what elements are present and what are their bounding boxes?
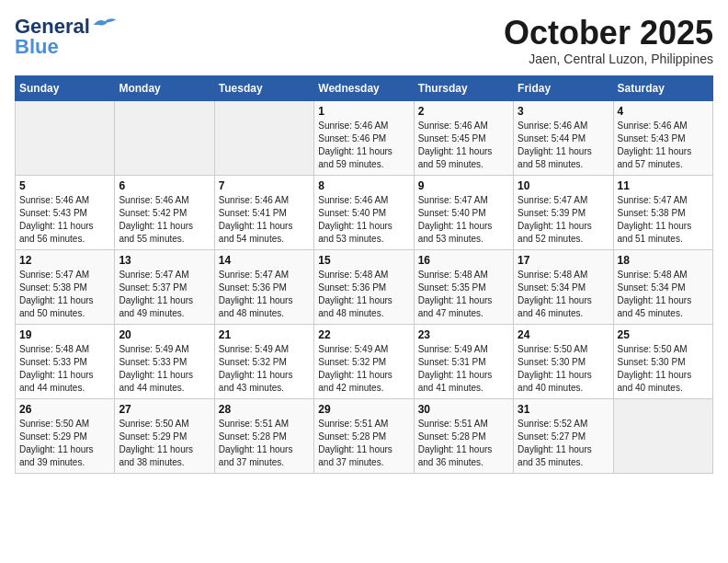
calendar-day-cell: 7Sunrise: 5:46 AMSunset: 5:41 PMDaylight… <box>214 175 313 249</box>
day-number: 18 <box>618 254 709 267</box>
empty-day-cell <box>115 100 214 175</box>
weekday-header-row: SundayMondayTuesdayWednesdayThursdayFrid… <box>16 75 713 100</box>
calendar-day-cell: 4Sunrise: 5:46 AMSunset: 5:43 PMDaylight… <box>613 100 712 175</box>
weekday-header-wednesday: Wednesday <box>314 75 414 100</box>
day-number: 2 <box>418 105 509 118</box>
calendar-day-cell: 11Sunrise: 5:47 AMSunset: 5:38 PMDayligh… <box>613 175 712 249</box>
calendar-week-row: 5Sunrise: 5:46 AMSunset: 5:43 PMDaylight… <box>16 175 713 249</box>
day-number: 11 <box>618 179 709 192</box>
day-number: 3 <box>518 105 609 118</box>
day-number: 21 <box>219 328 310 341</box>
day-info: Sunrise: 5:49 AMSunset: 5:33 PMDaylight:… <box>119 343 210 395</box>
day-info: Sunrise: 5:47 AMSunset: 5:36 PMDaylight:… <box>219 269 310 320</box>
calendar-day-cell: 21Sunrise: 5:49 AMSunset: 5:32 PMDayligh… <box>214 324 313 398</box>
day-info: Sunrise: 5:46 AMSunset: 5:42 PMDaylight:… <box>119 194 210 246</box>
calendar-day-cell: 31Sunrise: 5:52 AMSunset: 5:27 PMDayligh… <box>514 398 613 473</box>
day-number: 24 <box>518 328 609 341</box>
weekday-header-monday: Monday <box>115 75 214 100</box>
calendar-week-row: 12Sunrise: 5:47 AMSunset: 5:38 PMDayligh… <box>16 249 713 324</box>
calendar-day-cell: 1Sunrise: 5:46 AMSunset: 5:46 PMDaylight… <box>314 100 414 175</box>
day-number: 22 <box>318 328 409 341</box>
calendar-day-cell: 25Sunrise: 5:50 AMSunset: 5:30 PMDayligh… <box>613 324 712 398</box>
calendar-day-cell: 3Sunrise: 5:46 AMSunset: 5:44 PMDaylight… <box>514 100 613 175</box>
day-number: 5 <box>19 179 110 192</box>
day-number: 27 <box>119 403 210 416</box>
calendar-day-cell: 9Sunrise: 5:47 AMSunset: 5:40 PMDaylight… <box>414 175 513 249</box>
day-info: Sunrise: 5:50 AMSunset: 5:30 PMDaylight:… <box>518 343 609 395</box>
day-number: 19 <box>19 328 110 341</box>
day-number: 14 <box>219 254 310 267</box>
calendar-day-cell: 30Sunrise: 5:51 AMSunset: 5:28 PMDayligh… <box>414 398 513 473</box>
calendar-day-cell: 10Sunrise: 5:47 AMSunset: 5:39 PMDayligh… <box>514 175 613 249</box>
day-info: Sunrise: 5:46 AMSunset: 5:41 PMDaylight:… <box>219 194 310 246</box>
logo-text-blue: Blue <box>15 35 59 59</box>
day-info: Sunrise: 5:50 AMSunset: 5:30 PMDaylight:… <box>618 343 709 395</box>
day-info: Sunrise: 5:47 AMSunset: 5:40 PMDaylight:… <box>418 194 509 246</box>
day-info: Sunrise: 5:48 AMSunset: 5:36 PMDaylight:… <box>318 269 409 320</box>
page-header: General Blue October 2025 Jaen, Central … <box>15 15 713 66</box>
day-info: Sunrise: 5:46 AMSunset: 5:46 PMDaylight:… <box>318 120 409 171</box>
day-info: Sunrise: 5:47 AMSunset: 5:38 PMDaylight:… <box>618 194 709 246</box>
weekday-header-thursday: Thursday <box>414 75 513 100</box>
logo-bird-icon <box>92 16 118 32</box>
day-info: Sunrise: 5:50 AMSunset: 5:29 PMDaylight:… <box>119 418 210 469</box>
day-number: 1 <box>318 105 409 118</box>
day-info: Sunrise: 5:46 AMSunset: 5:43 PMDaylight:… <box>618 120 709 171</box>
calendar-table: SundayMondayTuesdayWednesdayThursdayFrid… <box>15 75 713 474</box>
day-info: Sunrise: 5:48 AMSunset: 5:35 PMDaylight:… <box>418 269 509 320</box>
calendar-day-cell: 15Sunrise: 5:48 AMSunset: 5:36 PMDayligh… <box>314 249 414 324</box>
day-number: 16 <box>418 254 509 267</box>
day-info: Sunrise: 5:46 AMSunset: 5:40 PMDaylight:… <box>318 194 409 246</box>
day-info: Sunrise: 5:51 AMSunset: 5:28 PMDaylight:… <box>318 418 409 469</box>
day-number: 17 <box>518 254 609 267</box>
day-info: Sunrise: 5:52 AMSunset: 5:27 PMDaylight:… <box>518 418 609 469</box>
weekday-header-tuesday: Tuesday <box>214 75 313 100</box>
calendar-day-cell: 16Sunrise: 5:48 AMSunset: 5:35 PMDayligh… <box>414 249 513 324</box>
calendar-day-cell: 18Sunrise: 5:48 AMSunset: 5:34 PMDayligh… <box>613 249 712 324</box>
calendar-day-cell: 22Sunrise: 5:49 AMSunset: 5:32 PMDayligh… <box>314 324 414 398</box>
calendar-day-cell: 12Sunrise: 5:47 AMSunset: 5:38 PMDayligh… <box>16 249 115 324</box>
location-subtitle: Jaen, Central Luzon, Philippines <box>504 52 713 66</box>
day-info: Sunrise: 5:51 AMSunset: 5:28 PMDaylight:… <box>418 418 509 469</box>
day-number: 23 <box>418 328 509 341</box>
day-number: 10 <box>518 179 609 192</box>
empty-day-cell <box>214 100 313 175</box>
day-info: Sunrise: 5:46 AMSunset: 5:44 PMDaylight:… <box>518 120 609 171</box>
day-info: Sunrise: 5:50 AMSunset: 5:29 PMDaylight:… <box>19 418 110 469</box>
day-number: 8 <box>318 179 409 192</box>
calendar-day-cell: 27Sunrise: 5:50 AMSunset: 5:29 PMDayligh… <box>115 398 214 473</box>
calendar-day-cell: 13Sunrise: 5:47 AMSunset: 5:37 PMDayligh… <box>115 249 214 324</box>
day-number: 7 <box>219 179 310 192</box>
day-number: 6 <box>119 179 210 192</box>
day-number: 9 <box>418 179 509 192</box>
day-info: Sunrise: 5:47 AMSunset: 5:38 PMDaylight:… <box>19 269 110 320</box>
day-info: Sunrise: 5:46 AMSunset: 5:43 PMDaylight:… <box>19 194 110 246</box>
calendar-day-cell: 14Sunrise: 5:47 AMSunset: 5:36 PMDayligh… <box>214 249 313 324</box>
day-number: 31 <box>518 403 609 416</box>
month-title: October 2025 <box>504 15 713 52</box>
day-info: Sunrise: 5:47 AMSunset: 5:37 PMDaylight:… <box>119 269 210 320</box>
calendar-day-cell: 26Sunrise: 5:50 AMSunset: 5:29 PMDayligh… <box>16 398 115 473</box>
day-number: 28 <box>219 403 310 416</box>
calendar-day-cell: 8Sunrise: 5:46 AMSunset: 5:40 PMDaylight… <box>314 175 414 249</box>
day-number: 26 <box>19 403 110 416</box>
day-info: Sunrise: 5:49 AMSunset: 5:32 PMDaylight:… <box>219 343 310 395</box>
calendar-day-cell: 19Sunrise: 5:48 AMSunset: 5:33 PMDayligh… <box>16 324 115 398</box>
weekday-header-friday: Friday <box>514 75 613 100</box>
day-number: 13 <box>119 254 210 267</box>
day-info: Sunrise: 5:49 AMSunset: 5:31 PMDaylight:… <box>418 343 509 395</box>
logo: General Blue <box>15 15 118 59</box>
title-block: October 2025 Jaen, Central Luzon, Philip… <box>504 15 713 66</box>
day-info: Sunrise: 5:48 AMSunset: 5:33 PMDaylight:… <box>19 343 110 395</box>
calendar-day-cell: 24Sunrise: 5:50 AMSunset: 5:30 PMDayligh… <box>514 324 613 398</box>
day-info: Sunrise: 5:48 AMSunset: 5:34 PMDaylight:… <box>618 269 709 320</box>
calendar-day-cell: 28Sunrise: 5:51 AMSunset: 5:28 PMDayligh… <box>214 398 313 473</box>
calendar-day-cell: 5Sunrise: 5:46 AMSunset: 5:43 PMDaylight… <box>16 175 115 249</box>
calendar-week-row: 1Sunrise: 5:46 AMSunset: 5:46 PMDaylight… <box>16 100 713 175</box>
day-info: Sunrise: 5:47 AMSunset: 5:39 PMDaylight:… <box>518 194 609 246</box>
calendar-day-cell: 20Sunrise: 5:49 AMSunset: 5:33 PMDayligh… <box>115 324 214 398</box>
empty-day-cell <box>613 398 712 473</box>
calendar-day-cell: 23Sunrise: 5:49 AMSunset: 5:31 PMDayligh… <box>414 324 513 398</box>
calendar-day-cell: 6Sunrise: 5:46 AMSunset: 5:42 PMDaylight… <box>115 175 214 249</box>
calendar-day-cell: 17Sunrise: 5:48 AMSunset: 5:34 PMDayligh… <box>514 249 613 324</box>
